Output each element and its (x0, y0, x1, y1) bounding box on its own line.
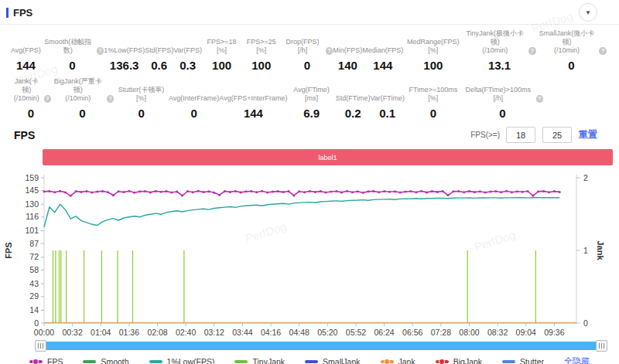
help-icon[interactable]: ? (107, 95, 114, 103)
stat-item: MedRange(FPS)[%]100 (403, 38, 463, 73)
stat-label: MedRange(FPS)[%] (403, 38, 463, 55)
svg-text:08:32: 08:32 (487, 328, 508, 337)
svg-text:01:04: 01:04 (91, 328, 111, 337)
svg-text:29: 29 (29, 291, 39, 301)
fps-threshold-label: FPS(>=) (470, 131, 500, 139)
svg-text:00:00: 00:00 (34, 328, 54, 337)
legend-label: FPS (47, 357, 63, 364)
stat-item: Avg(FPS+InterFrame)144 (219, 86, 287, 121)
scrollbar-right-handle[interactable] (596, 340, 607, 352)
panel-title: FPS (13, 7, 579, 19)
svg-text:05:52: 05:52 (346, 328, 366, 337)
fps-threshold-input-1[interactable] (506, 127, 535, 143)
legend-item-smooth[interactable]: Smooth (83, 357, 128, 364)
svg-text:0: 0 (34, 318, 39, 328)
legend-label: BigJank (453, 357, 482, 364)
stat-value: 144 (373, 59, 392, 73)
stat-item: Std(FTime)0.2 (336, 86, 371, 121)
scrollbar-track[interactable] (40, 342, 602, 350)
stat-value: 0.1 (379, 107, 395, 121)
svg-text:04:16: 04:16 (261, 328, 281, 337)
legend-item-tinyjank[interactable]: TinyJank (234, 357, 285, 364)
stat-item: FTime>=100ms [%]0 (405, 86, 462, 121)
stat-value: 0.6 (151, 59, 167, 73)
help-icon[interactable]: ? (536, 95, 543, 103)
legend-item-1-low-fps-[interactable]: 1%Low(FPS) (149, 357, 215, 364)
svg-text:01:36: 01:36 (119, 328, 139, 337)
stat-item: FPS>=25 [%]100 (241, 38, 281, 73)
svg-text:0: 0 (583, 318, 588, 328)
legend-marker-icon (234, 360, 248, 363)
legend-row-1: FPSSmooth1%Low(FPS)TinyJankSmallJankJank… (0, 355, 619, 364)
help-icon[interactable]: ? (44, 95, 51, 103)
stat-item: TinyJank(极微小卡顿) (/10min)?13.1 (463, 29, 535, 73)
legend-item-smalljank[interactable]: SmallJank (305, 357, 360, 364)
stat-value: 0.3 (180, 59, 196, 73)
collapse-button[interactable]: ▼ (579, 3, 597, 22)
stats-row-1: Avg(FPS)144Smooth(稳帧指数)?01%Low(FPS)136.3… (0, 25, 619, 73)
stat-item: Avg(InterFrame)0 (169, 86, 219, 121)
stat-label: Avg(FPS+InterFrame) (219, 86, 287, 103)
chart-scrollbar[interactable] (35, 340, 607, 352)
svg-text:FPS: FPS (4, 242, 13, 258)
legend-marker-icon (436, 360, 449, 363)
stat-value: 6.9 (303, 107, 320, 121)
stat-item: Var(FPS)0.3 (173, 38, 202, 73)
fps-chart[interactable]: 014294358728710111613014515901200:0000:3… (0, 165, 619, 338)
stat-value: 0 (304, 59, 310, 73)
legend-item-bigjank[interactable]: BigJank (436, 357, 482, 364)
svg-text:08:00: 08:00 (459, 328, 479, 337)
scrollbar-left-handle[interactable] (35, 340, 46, 352)
legend-label: Stutter (520, 357, 544, 364)
stat-label: Median(FPS) (362, 38, 403, 55)
stat-item: Stutter(卡顿率) [%]0 (114, 86, 169, 121)
svg-text:03:12: 03:12 (204, 328, 224, 337)
svg-text:03:44: 03:44 (232, 328, 252, 337)
help-icon[interactable]: ? (326, 47, 333, 55)
help-icon[interactable]: ? (599, 47, 607, 55)
svg-text:1: 1 (583, 246, 588, 255)
legend-marker-icon (149, 360, 162, 363)
legend-item-jank[interactable]: Jank (381, 357, 416, 364)
svg-text:06:24: 06:24 (374, 328, 394, 337)
svg-text:43: 43 (29, 279, 39, 288)
legend-item-fps[interactable]: FPS (29, 357, 63, 364)
reset-link[interactable]: 重置 (579, 128, 597, 141)
legend-marker-icon (305, 360, 318, 363)
svg-text:130: 130 (25, 199, 39, 209)
help-icon[interactable]: ? (528, 47, 536, 55)
stat-label: Jank(卡顿) (/10min)? (11, 77, 51, 103)
legend-marker-icon (83, 360, 96, 363)
stat-value: 0 (138, 107, 144, 121)
stat-label: Std(FTime) (336, 86, 371, 103)
svg-text:145: 145 (25, 185, 39, 195)
chart-section-title: FPS (14, 129, 470, 141)
legend-marker-icon (29, 360, 43, 363)
stat-item: Min(FPS)140 (333, 38, 362, 73)
fps-threshold-input-2[interactable] (542, 127, 572, 143)
svg-text:05:20: 05:20 (317, 328, 337, 337)
legend-item-stutter[interactable]: Stutter (502, 357, 544, 364)
stat-value: 13.1 (488, 59, 511, 73)
hide-all-link[interactable]: 全隐藏 (564, 355, 590, 364)
grip-icon (38, 343, 43, 349)
chart-canvas[interactable]: 014294358728710111613014515901200:0000:3… (0, 165, 619, 338)
stat-label: SmallJank(微小卡顿) (/10min)? (536, 29, 607, 55)
stat-value: 100 (212, 59, 231, 73)
svg-text:Jank: Jank (596, 240, 605, 260)
svg-text:58: 58 (29, 265, 39, 274)
svg-text:116: 116 (26, 212, 39, 221)
stats-row-2: Jank(卡顿) (/10min)?0BigJank(严重卡顿) (/10min… (0, 73, 619, 121)
stat-item: Jank(卡顿) (/10min)?0 (11, 77, 51, 121)
help-icon[interactable]: ? (97, 47, 104, 55)
stat-item: Std(FPS)0.6 (145, 38, 173, 73)
stat-item: Smooth(稳帧指数)?0 (41, 38, 104, 73)
stat-item: SmallJank(微小卡顿) (/10min)?0 (536, 29, 607, 73)
svg-text:04:48: 04:48 (289, 328, 310, 337)
label-banner[interactable]: label1 (43, 149, 613, 165)
stat-item: Avg(FPS)144 (11, 38, 41, 73)
stat-label: FTime>=100ms [%] (405, 86, 462, 103)
svg-text:2: 2 (583, 173, 588, 182)
panel-header: FPS ▼ (0, 0, 619, 22)
svg-text:87: 87 (29, 239, 39, 248)
